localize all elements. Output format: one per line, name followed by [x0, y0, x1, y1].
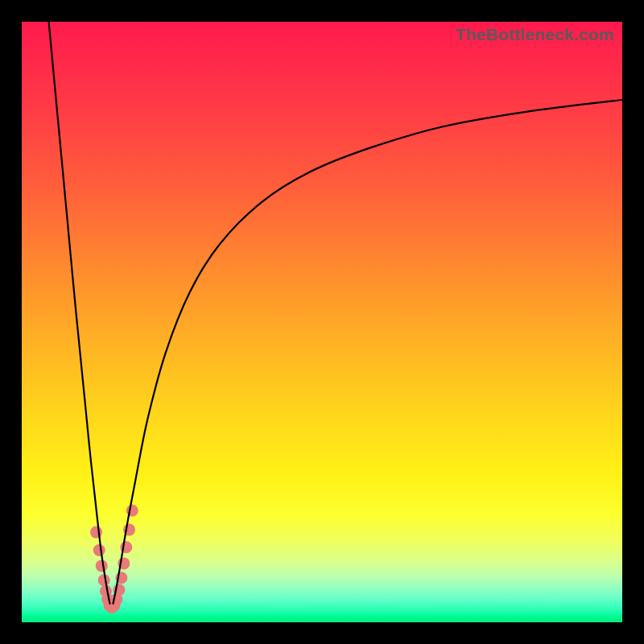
left-branch-path — [49, 22, 110, 605]
marker-point — [93, 544, 105, 556]
curve-layer — [22, 22, 622, 622]
marker-point — [96, 559, 108, 572]
watermark-text: TheBottleneck.com — [456, 25, 614, 44]
outer-frame: TheBottleneck.com — [0, 0, 644, 644]
plot-area: TheBottleneck.com — [22, 22, 622, 622]
right-branch-path — [113, 100, 622, 605]
marker-point — [90, 526, 102, 539]
